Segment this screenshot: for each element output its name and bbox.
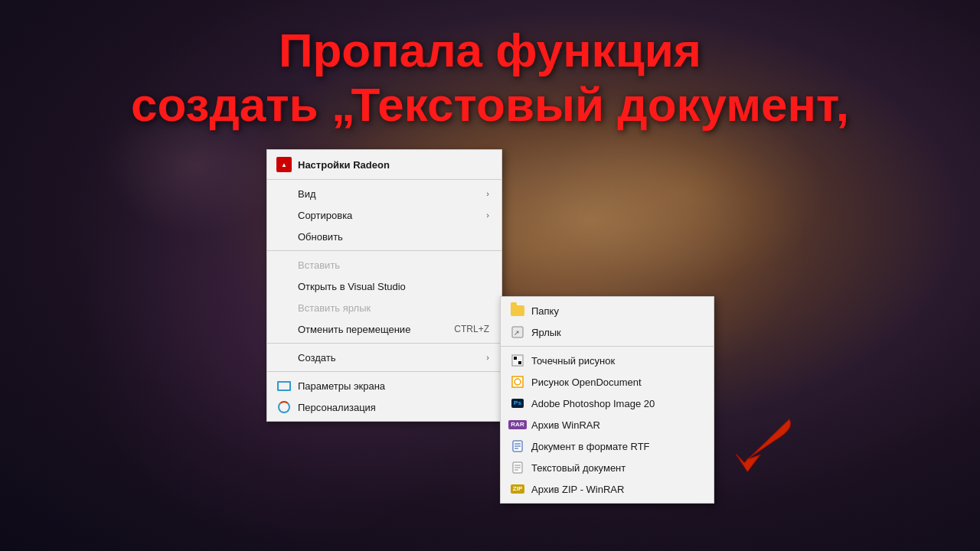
svg-rect-3 [514, 357, 517, 360]
create-rtf[interactable]: Документ в формате RTF [501, 435, 714, 457]
vs-icon [276, 279, 292, 294]
submenu-arrow: › [486, 189, 489, 198]
odg-icon [510, 374, 525, 390]
context-menu-main: ▲ Настройки Radeon Вид › Сортировка › Об… [266, 149, 502, 422]
separator [267, 371, 501, 372]
separator [501, 346, 714, 347]
svg-rect-7 [512, 377, 523, 387]
menu-item-paste: Вставить [267, 254, 501, 276]
submenu-arrow: › [486, 210, 489, 220]
radeon-icon: ▲ [276, 157, 292, 172]
menu-item-display[interactable]: Параметры экрана [267, 375, 501, 396]
submenu-arrow: › [486, 353, 489, 362]
menu-item-personalize[interactable]: Персонализация [267, 396, 501, 418]
menu-item-view[interactable]: Вид › [267, 183, 501, 204]
create-txt[interactable]: Текстовый документ [501, 457, 714, 478]
bitmap-icon [510, 353, 525, 368]
menu-item-sort[interactable]: Сортировка › [267, 204, 501, 226]
shortcut-icon: ↗ [510, 324, 525, 340]
menu-item-paste-shortcut: Вставить ярлык [267, 297, 501, 318]
svg-rect-6 [518, 361, 521, 364]
separator [267, 179, 501, 180]
undo-icon [276, 321, 292, 337]
winrar-icon: RAR [510, 417, 525, 432]
photoshop-icon: Ps [510, 396, 525, 411]
paste-icon [276, 257, 292, 272]
separator [267, 343, 501, 344]
zip-icon: ZIP [510, 481, 525, 497]
display-icon [276, 378, 292, 393]
create-folder[interactable]: Папку [501, 300, 714, 321]
personalize-icon [276, 399, 292, 415]
menu-item-create[interactable]: Создать › [267, 347, 501, 368]
menu-item-open-vs[interactable]: Открыть в Visual Studio [267, 276, 501, 297]
menu-item-undo[interactable]: Отменить перемещение CTRL+Z [267, 318, 501, 340]
title-line2: создать „Текстовый документ, [0, 77, 980, 132]
paste-shortcut-icon [276, 300, 292, 315]
menu-item-refresh[interactable]: Обновить [267, 226, 501, 247]
folder-icon [510, 303, 525, 318]
create-shortcut[interactable]: ↗ Ярлык [501, 321, 714, 343]
create-photoshop[interactable]: Ps Adobe Photoshop Image 20 [501, 393, 714, 414]
context-menu-create: Папку ↗ Ярлык Точечный рисунок Рисунок O… [500, 296, 714, 504]
txt-icon [510, 460, 525, 475]
svg-rect-4 [518, 357, 521, 360]
create-zip[interactable]: ZIP Архив ZIP - WinRAR [501, 478, 714, 500]
svg-rect-5 [514, 361, 517, 364]
rtf-icon [510, 439, 525, 454]
create-bitmap[interactable]: Точечный рисунок [501, 350, 714, 371]
refresh-icon [276, 229, 292, 244]
create-odg[interactable]: Рисунок OpenDocument [501, 371, 714, 393]
create-winrar[interactable]: RAR Архив WinRAR [501, 414, 714, 435]
title-line1: Пропала функция [0, 23, 980, 77]
sort-icon [276, 207, 292, 223]
view-icon [276, 186, 292, 201]
title-overlay: Пропала функция создать „Текстовый докум… [0, 23, 980, 132]
menu-item-radeon[interactable]: ▲ Настройки Radeon [267, 153, 501, 176]
separator [267, 250, 501, 251]
create-icon [276, 350, 292, 365]
svg-text:↗: ↗ [514, 329, 520, 337]
